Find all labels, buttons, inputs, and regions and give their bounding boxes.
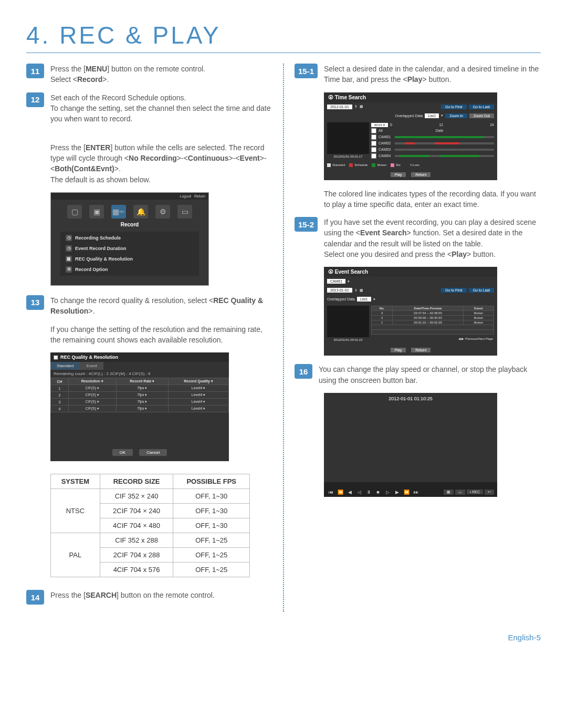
column-divider [283, 64, 284, 612]
event-search-panel: ⦿ Event Search CAM01▾ 2013-01-01 ⇕ ▦ Go … [324, 267, 497, 356]
camera-icon: ▣ [89, 205, 104, 219]
page-title: 4. REC & PLAY [26, 21, 541, 53]
dvr-section-title: Record [51, 221, 208, 232]
step-15-1-text: Select a desired date in the calendar, a… [324, 64, 541, 85]
table-row: 200:39:06 ~ 00:40:30Motion [372, 316, 494, 320]
next-page-icon: ▶ [461, 337, 464, 340]
rec-indicator: • REC [467, 490, 483, 494]
return-button: Return [411, 348, 430, 352]
table-row: 302:47:54 ~ 02:48:59Motion [372, 311, 494, 316]
logout-label: Logout [180, 194, 191, 198]
prev-frame-icon: ◁ [355, 490, 363, 495]
step-13-text: To change the record quality & resolutio… [50, 295, 272, 317]
stepper-icon: ⇕ [354, 288, 358, 293]
playback-video-frame [324, 393, 497, 482]
stop-icon: ■ [374, 490, 382, 495]
table-row: 100:01:22 ~ 00:02:28Motion [372, 320, 494, 325]
zoom-out-button: Zoom Out [469, 113, 494, 118]
playback-panel: 2012-01-01 01:10:25 ⏮ ⏪ ◀ ◁ ⏸ ■ ▷ ▶ ⏩ ⏭ … [324, 393, 497, 497]
stepper-icon: ⇕ [354, 105, 358, 109]
table-row: 2CIF(S) ▾7fps ▾Level4 ▾ [51, 392, 229, 399]
step-number-15-1: 15-1 [295, 64, 318, 78]
menu-item-record-option: ⚙Record Option [60, 264, 199, 275]
cam-select: CAM01 [327, 279, 345, 284]
rewind-icon: ⏪ [337, 490, 344, 495]
date-field: 2012-01-01 [327, 105, 352, 109]
rec-quality-table: CH Resolution ▾ Record Rate ▾ Record Qua… [50, 378, 229, 412]
calendar-icon: ▦ [360, 105, 363, 109]
dvr-record-menu-screenshot: Logout Return ▢ ▣ ▦REC 🔔 ⚙ ▭ Record ◷Rec… [50, 192, 209, 286]
play-button: Play [391, 348, 406, 352]
step-12-text: Set each of the Record Schedule options.… [50, 92, 272, 124]
tab-event: Event [80, 362, 103, 370]
zoom-in-button: Zoom In [445, 113, 467, 118]
cancel-button: Cancel [139, 449, 167, 456]
playback-timestamp: 2012-01-01 01:10:25 [388, 396, 433, 401]
skip-back-icon: ⏮ [327, 490, 334, 495]
event-icon: 🔔 [133, 205, 148, 219]
step-14-text: Press the [SEARCH] button on the remote … [50, 590, 272, 600]
play-button: Play [391, 172, 406, 177]
tab-standard: Standard [50, 362, 80, 370]
pause-icon: ⏸ [365, 490, 372, 495]
gear-icon: ⚙ [155, 205, 170, 219]
step-number-13: 13 [26, 295, 44, 310]
play-icon: ▶ [393, 490, 401, 495]
exit-icon: ↩ [485, 490, 494, 495]
prev-page-icon: ◀ [458, 337, 461, 340]
step-back-icon: ◀ [346, 490, 353, 495]
skip-forward-icon: ⏭ [412, 490, 419, 495]
date-field: 2013-01-01 [327, 288, 352, 293]
step-15-2-text: If you have set the event recording, you… [324, 217, 541, 259]
menu-item-recording-schedule: ◷Recording Schedule [60, 233, 199, 243]
fps-reference-table: SYSTEM RECORD SIZE POSSIBLE FPS NTSCCIF … [50, 474, 250, 577]
event-table: No.Date/Time PreviewEvent 302:47:54 ~ 02… [371, 306, 494, 335]
preview-thumbnail [327, 122, 369, 154]
step-number-14: 14 [26, 590, 44, 605]
page-footer: English-5 [26, 633, 541, 642]
step-13-text-continued: If you change the setting of the resolut… [50, 324, 272, 346]
left-column: 11 Press the [MENU] button on the remote… [26, 64, 272, 612]
time-search-panel: ⦿ Time Search 2012-01-01 ⇕ ▦ Go to First… [324, 92, 497, 180]
step-number-12: 12 [26, 92, 44, 107]
record-icon: ▦REC [111, 205, 126, 219]
remaining-count-label: Remaining count : 4CIF(L) : 2 2CIF(M) : … [50, 370, 229, 378]
time-search-note: The colored line indicates types of the … [324, 189, 541, 210]
calendar-icon: ▦ [360, 288, 363, 293]
system-icon: ▢ [67, 205, 82, 219]
right-column: 15-1 Select a desired date in the calend… [295, 64, 541, 612]
ok-button: OK [112, 449, 133, 456]
go-first-button: Go to First [441, 288, 467, 293]
network-icon: ▭ [177, 205, 192, 219]
step-number-16: 16 [295, 364, 312, 379]
table-row: 1CIF(S) ▾7fps ▾Level4 ▾ [51, 385, 229, 392]
table-row: 3CIF(S) ▾7fps ▾Level4 ▾ [51, 399, 229, 405]
step-number-15-2: 15-2 [295, 217, 318, 232]
channel-indicator: ▭ [455, 490, 465, 495]
table-row: 4CIF(S) ▾7fps ▾Level4 ▾ [51, 405, 229, 412]
next-frame-icon: ▷ [384, 490, 391, 495]
go-first-button: Go to First [441, 105, 467, 109]
rec-quality-panel: ▦REC Quality & Resolution Standard Event… [50, 352, 229, 461]
step-12-text-continued: Press the [ENTER] button while the cells… [50, 131, 272, 184]
go-last-button: Go to Last [469, 288, 494, 293]
forward-icon: ⏩ [403, 490, 410, 495]
grid-icon: ▦ [444, 490, 454, 495]
menu-item-event-record-duration: ◷Event Record Duration [60, 243, 199, 254]
step-11-text: Press the [MENU] button on the remote co… [50, 64, 272, 85]
step-number-11: 11 [26, 64, 44, 78]
return-button: Return [411, 172, 430, 177]
go-last-button: Go to Last [469, 105, 494, 109]
return-label: Return [194, 194, 205, 198]
step-16-text: You can change the play speed or channel… [319, 364, 541, 386]
preview-thumbnail [327, 306, 369, 337]
menu-item-rec-quality-resolution: ▦REC Quality & Resolution [60, 254, 199, 264]
